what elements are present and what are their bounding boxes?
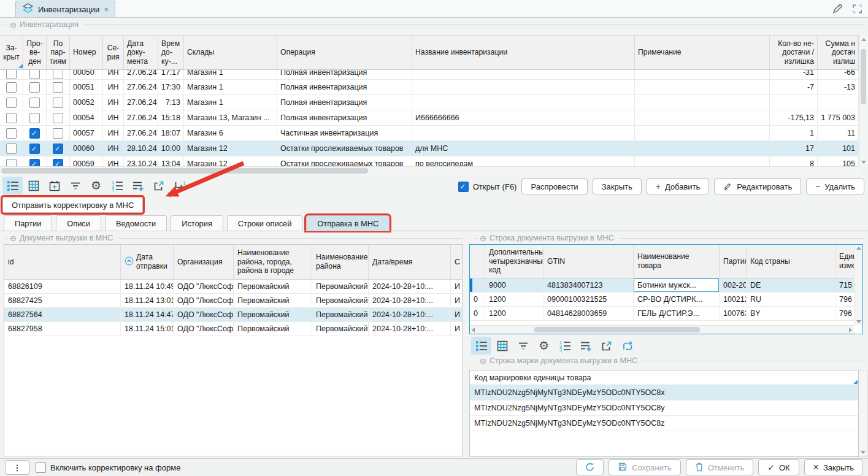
- closed-checkbox[interactable]: [6, 98, 17, 108]
- inventory-vscroll-thumb[interactable]: [861, 49, 866, 104]
- col-add-code[interactable]: Дополнительный четырехзначный код: [485, 245, 543, 278]
- open-f6-checkbox-row[interactable]: Открыт (F6): [458, 182, 517, 192]
- col-inv-name[interactable]: Название инвентаризации: [412, 36, 635, 69]
- collapse-icon[interactable]: ⊖: [480, 357, 486, 365]
- by-batch-checkbox[interactable]: [53, 70, 63, 79]
- delete-button[interactable]: −Удалить: [806, 178, 864, 194]
- settings-gear-icon[interactable]: ⚙: [534, 337, 554, 355]
- refresh-button[interactable]: [576, 459, 604, 475]
- mark-table-header[interactable]: Код маркировки единицы товара: [470, 370, 858, 385]
- closed-checkbox[interactable]: [6, 144, 17, 154]
- posted-checkbox[interactable]: [29, 70, 40, 79]
- close-button[interactable]: ×Закрыть: [804, 459, 863, 475]
- grid-view-icon[interactable]: [23, 177, 44, 194]
- col-org[interactable]: Организация: [174, 245, 234, 279]
- collapse-icon[interactable]: ⊖: [10, 234, 17, 242]
- posted-checkbox[interactable]: [29, 113, 40, 123]
- detail-tab[interactable]: Ведомости: [105, 215, 167, 231]
- ok-button[interactable]: ✓ОК: [758, 459, 799, 475]
- reload-loop-icon[interactable]: [617, 337, 637, 355]
- posted-checkbox[interactable]: [29, 144, 40, 154]
- grid-view-icon[interactable]: [492, 337, 512, 355]
- list-view-icon[interactable]: [2, 177, 23, 194]
- send-correction-button[interactable]: Отправить корректировку в МНС: [2, 197, 143, 213]
- col-gtin[interactable]: GTIN: [543, 245, 634, 278]
- col-unit[interactable]: Единиц измере: [835, 245, 854, 278]
- col-operation[interactable]: Операция: [277, 36, 412, 69]
- collapse-icon[interactable]: ⊖: [10, 21, 17, 29]
- closed-checkbox[interactable]: [6, 113, 17, 123]
- add-row-icon[interactable]: [128, 177, 148, 194]
- settings-gear-icon[interactable]: ⚙: [86, 177, 106, 194]
- inventory-row[interactable]: 00057 ИН 27.06.24 18:07 Магазин 6 Частич…: [0, 126, 859, 141]
- mark-code-row[interactable]: MTIzNDU2Nzg5NjMyNTg3NDEyMzY5ODc0NTY5OC8z: [470, 416, 858, 431]
- doc-row[interactable]: 68826109 18.11.24 10:49 ОДО "ЛюксСоф... …: [4, 280, 462, 294]
- detail-tab[interactable]: Партии: [4, 215, 52, 231]
- mark-table-vertical-scrollbar[interactable]: [859, 370, 868, 457]
- col-posted[interactable]: Про- ве- ден: [23, 36, 47, 69]
- open-external-icon[interactable]: [596, 337, 616, 355]
- posted-checkbox[interactable]: [29, 128, 40, 139]
- col-country[interactable]: Код страны: [747, 245, 835, 278]
- row-table-vertical-scrollbar[interactable]: [854, 245, 862, 325]
- collapse-icon[interactable]: ⊖: [480, 234, 486, 242]
- inventory-row[interactable]: 00052 ИН 27.06.24 7:13 Магазин 1 Полная …: [0, 95, 859, 110]
- by-batch-checkbox[interactable]: [53, 128, 63, 139]
- expand-corners-icon[interactable]: [851, 4, 863, 16]
- col-doc-time[interactable]: Врем до- ку-...: [158, 36, 184, 69]
- open-f6-checkbox[interactable]: [458, 182, 469, 192]
- close-document-button[interactable]: Закрыть: [593, 178, 642, 194]
- send-document-icon[interactable]: 1: [169, 177, 190, 194]
- by-batch-checkbox[interactable]: [53, 144, 63, 154]
- tab-inventories[interactable]: Инвентаризации ×: [15, 1, 115, 17]
- col-datetime[interactable]: Дата/время: [369, 245, 451, 279]
- col-id[interactable]: id: [4, 245, 121, 279]
- inventory-row[interactable]: 00060 ИН 28.10.24 10:00 Магазин 12 Остат…: [0, 141, 859, 156]
- edit-button[interactable]: Редактировать: [714, 178, 801, 194]
- include-correction-row[interactable]: Включить корректировку на форме: [36, 463, 180, 473]
- numbered-list-icon[interactable]: 123: [107, 177, 127, 194]
- tab-close-icon[interactable]: ×: [104, 5, 109, 14]
- col-number[interactable]: Номер: [70, 36, 103, 69]
- detail-tab[interactable]: Описи: [56, 215, 101, 231]
- col-warehouses[interactable]: Склады: [184, 36, 277, 69]
- edit-pencil-icon[interactable]: [831, 2, 844, 17]
- closed-checkbox[interactable]: [6, 82, 17, 93]
- row-table-horizontal-scrollbar[interactable]: [470, 325, 854, 334]
- col-by-batch[interactable]: По пар- тиям: [47, 36, 70, 69]
- mark-code-row[interactable]: MTIzNDU2Nzg5NjMyNTg3NDEyMzY5ODc0NTY5OC8y: [470, 401, 858, 416]
- posted-checkbox[interactable]: [29, 82, 40, 93]
- filter-icon[interactable]: [65, 177, 85, 194]
- list-view-icon[interactable]: [471, 337, 491, 355]
- product-name-cell[interactable]: Ботинки мужск...: [634, 278, 720, 292]
- detail-tab[interactable]: Отправка в МНС: [306, 215, 390, 231]
- inventory-row[interactable]: 00051 ИН 27.06.24 17:30 Магазин 1 Полная…: [0, 80, 859, 95]
- detail-tab[interactable]: Строки описей: [227, 215, 303, 231]
- inventory-row[interactable]: 00050 ИН 27.06.24 17:17 Магазин 1 Полная…: [0, 70, 859, 80]
- numbered-list-icon[interactable]: 123: [555, 337, 575, 355]
- calendar-icon[interactable]: [44, 177, 64, 194]
- detail-tab[interactable]: История: [171, 215, 223, 231]
- open-external-icon[interactable]: [148, 177, 169, 194]
- inventory-hscroll-thumb[interactable]: [1, 168, 368, 174]
- col-shortage-sum[interactable]: Сумма н достач излиш: [818, 36, 859, 69]
- inventory-row[interactable]: 00054 ИН 27.06.24 15:18 Магазин 13, Мага…: [0, 110, 859, 126]
- menu-dots-button[interactable]: ⋮: [5, 460, 29, 475]
- cancel-button[interactable]: Отменить: [686, 459, 753, 475]
- closed-checkbox[interactable]: [6, 70, 17, 79]
- add-button[interactable]: +Добавить: [647, 178, 710, 194]
- row-table-row[interactable]: 9000 4813834007123 Ботинки мужск... 002-…: [470, 278, 862, 293]
- col-status[interactable]: С: [451, 245, 462, 279]
- mark-code-row[interactable]: MTIzNDU2Nzg5NjMyNTg3NDEyMzY5ODc0NTY5OC8x: [470, 385, 858, 401]
- posted-checkbox[interactable]: [29, 98, 40, 108]
- include-correction-checkbox[interactable]: [36, 463, 46, 473]
- by-batch-checkbox[interactable]: [53, 98, 63, 108]
- col-note[interactable]: Примечание: [635, 36, 770, 69]
- row-table-row[interactable]: 0 1200 09000100321525 СР-ВО Д/СТИРК... 1…: [470, 293, 862, 307]
- filter-icon[interactable]: [513, 337, 533, 355]
- col-batch[interactable]: Партия: [720, 245, 747, 278]
- col-series[interactable]: Се- рия: [103, 36, 124, 69]
- by-batch-checkbox[interactable]: [53, 82, 63, 93]
- doc-row[interactable]: 68827958 18.11.24 15:01 ОДО "ЛюксСоф... …: [4, 322, 462, 336]
- product-name-cell[interactable]: ГЕЛЬ Д/СТИР.Э...: [634, 307, 720, 320]
